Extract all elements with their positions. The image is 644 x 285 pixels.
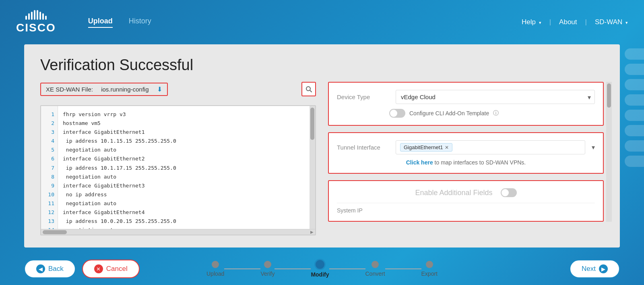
step-label-modify: Modify [311, 271, 329, 278]
file-header-row: XE SD-WAN File: ios.running-config ⬇ [40, 82, 316, 101]
system-ip-row: System IP [337, 203, 595, 214]
step-dot-modify [316, 260, 324, 269]
code-content: 12345 678910 1112131415 1617 fhrp versio… [41, 106, 315, 229]
click-here-link[interactable]: Click here [406, 159, 433, 166]
toggle-knob [390, 110, 397, 117]
sdwan-dropdown-arrow: ▾ [625, 20, 628, 25]
footer-nav: ◀ Back ✕ Cancel Upload Verify [0, 260, 644, 278]
tunnel-tag-close[interactable]: ✕ [445, 145, 449, 150]
next-button[interactable]: Next ▶ [570, 260, 620, 278]
enable-toggle[interactable] [501, 188, 517, 197]
connector-line-3 [329, 268, 365, 269]
file-label: XE SD-WAN File: ios.running-config ⬇ [40, 83, 168, 96]
nav-history[interactable]: History [129, 17, 151, 28]
search-icon [305, 86, 312, 92]
next-label: Next [582, 265, 596, 273]
info-icon[interactable]: ⓘ [493, 110, 499, 117]
bar2 [28, 13, 30, 20]
device-type-row: Device Type vEdge Cloud vEdge 100 vEdge … [337, 90, 595, 104]
tunnel-interface-label: Tunnel Interface [337, 144, 389, 151]
help-dropdown-arrow: ▾ [539, 20, 541, 25]
next-icon: ▶ [599, 264, 608, 273]
copyright: Copyrights © 2021 Cisco. All rights rese… [0, 278, 644, 285]
connector-4 [385, 264, 421, 273]
progress-steps: Upload Verify Modify Convert [206, 260, 438, 278]
about-link[interactable]: About [559, 18, 577, 26]
enable-toggle-knob [502, 189, 509, 196]
cli-toggle[interactable] [389, 109, 405, 118]
file-name: ios.running-config [101, 86, 149, 93]
cli-label: Configure CLI Add-On Template [409, 110, 489, 116]
scrollbar-thumb-h [43, 230, 67, 234]
step-label-upload: Upload [206, 270, 224, 277]
connector-2 [275, 264, 311, 273]
sdwan-link[interactable]: SD-WAN ▾ [595, 18, 628, 26]
connector-1 [224, 264, 260, 273]
code-panel: 12345 678910 1112131415 1617 fhrp versio… [40, 105, 316, 235]
download-icon[interactable]: ⬇ [157, 85, 162, 93]
back-label: Back [48, 265, 64, 273]
help-link[interactable]: Help ▾ [522, 18, 541, 26]
sep2: | [585, 18, 587, 26]
line-numbers: 12345 678910 1112131415 1617 [41, 106, 58, 229]
logo-area: CISCO [16, 10, 56, 34]
search-button[interactable] [301, 82, 316, 96]
connector-3 [329, 264, 365, 273]
sep1: | [549, 18, 551, 26]
decorative-pills [625, 48, 644, 167]
right-scrollbar-thumb [607, 83, 611, 108]
right-panel-scrollbar[interactable] [606, 82, 612, 222]
step-label-verify: Verify [260, 270, 275, 277]
step-modify: Modify [311, 260, 329, 278]
system-ip-label: System IP [337, 207, 363, 214]
connector-line-2 [275, 268, 311, 269]
vertical-scrollbar[interactable] [310, 106, 315, 229]
main-content: Verification Successful XE SD-WAN File: … [24, 44, 620, 248]
step-convert: Convert [365, 261, 385, 277]
step-dot-upload [212, 261, 219, 268]
svg-line-1 [310, 90, 312, 92]
cisco-text: CISCO [16, 21, 56, 34]
connector-line-4 [385, 268, 421, 269]
header-right: Help ▾ | About | SD-WAN ▾ [522, 18, 628, 26]
tunnel-dropdown-arrow[interactable]: ▾ [592, 144, 595, 151]
cancel-icon: ✕ [94, 264, 103, 273]
left-panel: XE SD-WAN File: ios.running-config ⬇ [40, 82, 316, 235]
nav-links: Upload History [88, 17, 151, 28]
step-dot-verify [264, 261, 271, 268]
enable-row: Enable Additional Fields [337, 188, 595, 197]
scrollbar-thumb-v [310, 108, 314, 140]
device-type-select-wrapper: vEdge Cloud vEdge 100 vEdge 1000 ISR 400… [396, 90, 595, 104]
nav-upload[interactable]: Upload [88, 17, 113, 28]
cancel-label: Cancel [106, 265, 128, 273]
horizontal-scrollbar[interactable]: ▶ [41, 229, 315, 235]
step-export: Export [421, 261, 438, 277]
bar4 [34, 10, 35, 20]
enable-additional-fields-section: Enable Additional Fields System IP [328, 180, 604, 222]
step-label-export: Export [421, 270, 438, 277]
step-dot-convert [372, 261, 379, 268]
code-lines: fhrp version vrrp v3 hostname vm5 interf… [58, 106, 310, 229]
click-here-row: Click here to map interfaces to SD-WAN V… [337, 159, 595, 166]
bar6 [39, 12, 41, 20]
tunnel-tag: GigabitEthernet1 ✕ [400, 143, 452, 152]
step-label-convert: Convert [365, 270, 385, 277]
tunnel-tag-value: GigabitEthernet1 [404, 144, 443, 150]
device-type-section: Device Type vEdge Cloud vEdge 100 vEdge … [328, 82, 604, 126]
step-upload: Upload [206, 261, 224, 277]
cancel-button[interactable]: ✕ Cancel [82, 260, 140, 278]
tunnel-interface-row: Tunnel Interface GigabitEthernet1 ✕ ▾ [337, 140, 595, 154]
scroll-arrow-right: ▶ [310, 230, 314, 234]
content-grid: XE SD-WAN File: ios.running-config ⬇ [40, 82, 604, 235]
tunnel-tag-input[interactable]: GigabitEthernet1 ✕ [396, 140, 585, 154]
device-type-select[interactable]: vEdge Cloud vEdge 100 vEdge 1000 ISR 400… [396, 90, 595, 104]
cisco-bars [25, 10, 47, 20]
tunnel-dropdown-wrapper: ▾ [592, 144, 595, 151]
bar7 [42, 13, 44, 20]
bar5 [37, 10, 38, 20]
header: CISCO Upload History Help ▾ | About | SD… [0, 0, 644, 44]
back-button[interactable]: ◀ Back [24, 260, 76, 278]
bar8 [45, 16, 47, 20]
click-here-suffix: to map interfaces to SD-WAN VPNs. [435, 159, 526, 166]
cli-toggle-row: Configure CLI Add-On Template ⓘ [389, 109, 595, 118]
